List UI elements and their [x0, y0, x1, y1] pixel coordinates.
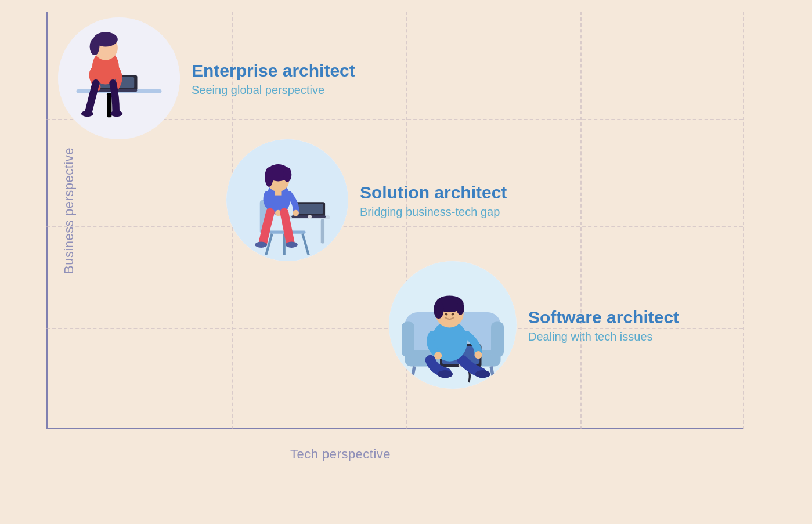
- software-architect-item: Software architect Dealing with tech iss…: [389, 261, 679, 389]
- solution-info: Solution architect Bridging business-tec…: [360, 182, 507, 219]
- solution-subtitle: Bridging business-tech gap: [360, 205, 507, 219]
- enterprise-architect-item: Enterprise architect Seeing global persp…: [58, 17, 355, 139]
- svg-point-10: [81, 111, 93, 117]
- enterprise-person-svg: [58, 17, 180, 139]
- svg-point-53: [445, 313, 447, 315]
- x-axis: [46, 428, 743, 429]
- svg-point-47: [434, 352, 442, 359]
- svg-point-27: [265, 167, 273, 187]
- software-info: Software architect Dealing with tech iss…: [528, 307, 679, 344]
- software-title: Software architect: [528, 307, 679, 328]
- software-illustration: [389, 261, 517, 389]
- solution-illustration: [226, 139, 348, 261]
- svg-rect-19: [321, 219, 324, 244]
- solution-title: Solution architect: [360, 182, 507, 203]
- svg-point-23: [308, 215, 312, 218]
- svg-point-31: [293, 210, 299, 216]
- y-axis: [46, 12, 48, 429]
- svg-point-52: [457, 302, 464, 315]
- svg-point-28: [283, 167, 292, 182]
- svg-point-48: [474, 351, 482, 359]
- grid-line-v-4: [743, 12, 744, 429]
- svg-point-32: [255, 241, 267, 248]
- svg-point-54: [452, 313, 454, 315]
- x-axis-label: Tech perspective: [290, 447, 391, 462]
- software-subtitle: Dealing with tech issues: [528, 330, 679, 344]
- svg-point-9: [90, 38, 100, 55]
- software-person-svg: [389, 261, 517, 389]
- solution-person-svg: [226, 139, 348, 261]
- svg-rect-37: [402, 322, 414, 357]
- svg-point-33: [286, 241, 298, 248]
- y-axis-label: Business perspective: [62, 147, 77, 274]
- svg-rect-38: [491, 322, 504, 357]
- svg-point-44: [438, 370, 453, 378]
- enterprise-info: Enterprise architect Seeing global persp…: [192, 60, 355, 97]
- svg-point-45: [475, 370, 490, 378]
- solution-architect-item: Solution architect Bridging business-tec…: [226, 139, 507, 261]
- svg-rect-29: [275, 189, 282, 196]
- enterprise-title: Enterprise architect: [192, 60, 355, 81]
- enterprise-illustration: [58, 17, 180, 139]
- enterprise-subtitle: Seeing global perspective: [192, 84, 355, 97]
- svg-point-51: [434, 301, 444, 319]
- svg-point-11: [110, 111, 122, 117]
